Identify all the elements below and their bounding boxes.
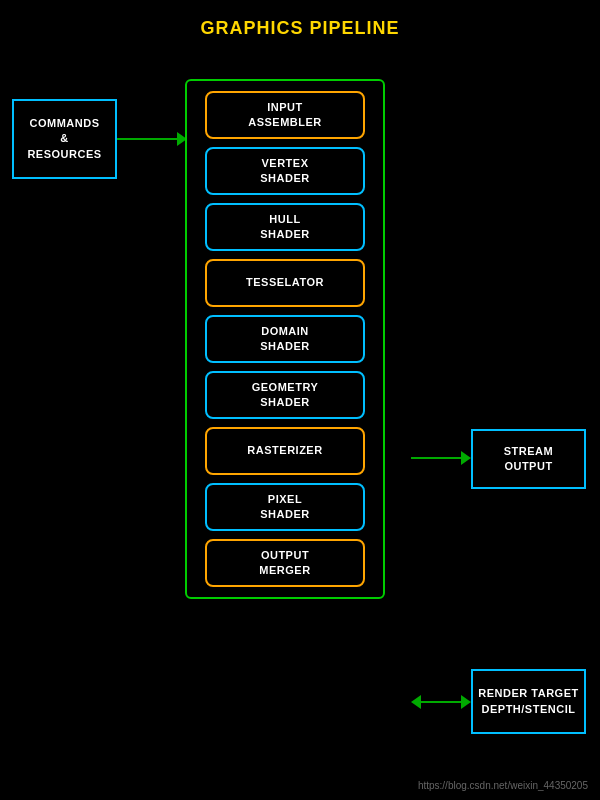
watermark: https://blog.csdn.net/weixin_44350205 — [418, 780, 588, 791]
pipeline-to-stream-arrow — [411, 451, 471, 465]
arrow-head-stream — [461, 451, 471, 465]
stage-domain-shader: DOMAINSHADER — [205, 315, 365, 363]
arrow-line-render — [421, 701, 461, 703]
pipeline-container: INPUTASSEMBLER VERTEXSHADER HULLSHADER T… — [185, 79, 385, 599]
stream-output-label: STREAMOUTPUT — [504, 444, 553, 475]
stage-output-merger-label: OUTPUTMERGER — [259, 548, 310, 579]
arrow-head-render-left — [411, 695, 421, 709]
stage-vertex-shader-label: VERTEXSHADER — [260, 156, 309, 187]
render-target-box: RENDER TARGETDEPTH/STENCIL — [471, 669, 586, 734]
stage-tesselator-label: TESSELATOR — [246, 275, 324, 290]
commands-to-pipeline-arrow — [117, 132, 187, 146]
stage-output-merger: OUTPUTMERGER — [205, 539, 365, 587]
stage-hull-shader-label: HULLSHADER — [260, 212, 309, 243]
stage-geometry-shader-label: GEOMETRYSHADER — [252, 380, 319, 411]
main-area: COMMANDS&RESOURCES INPUTASSEMBLER VERTEX… — [0, 49, 600, 799]
stream-output-box: STREAMOUTPUT — [471, 429, 586, 489]
stage-vertex-shader: VERTEXSHADER — [205, 147, 365, 195]
stage-geometry-shader: GEOMETRYSHADER — [205, 371, 365, 419]
pipeline-to-render-arrow — [411, 695, 471, 709]
arrow-line — [117, 138, 177, 140]
arrow-head-render-right — [461, 695, 471, 709]
stage-input-assembler-label: INPUTASSEMBLER — [248, 100, 322, 131]
stage-hull-shader: HULLSHADER — [205, 203, 365, 251]
arrow-line-stream — [411, 457, 461, 459]
commands-resources-label: COMMANDS&RESOURCES — [27, 116, 101, 162]
stage-domain-shader-label: DOMAINSHADER — [260, 324, 309, 355]
stage-rasterizer-label: RASTERIZER — [247, 443, 322, 458]
commands-resources-box: COMMANDS&RESOURCES — [12, 99, 117, 179]
page-title: GRAPHICS PIPELINE — [0, 0, 600, 39]
stage-pixel-shader-label: PIXELSHADER — [260, 492, 309, 523]
stage-tesselator: TESSELATOR — [205, 259, 365, 307]
stage-rasterizer: RASTERIZER — [205, 427, 365, 475]
render-target-label: RENDER TARGETDEPTH/STENCIL — [478, 686, 578, 717]
stage-pixel-shader: PIXELSHADER — [205, 483, 365, 531]
stage-input-assembler: INPUTASSEMBLER — [205, 91, 365, 139]
